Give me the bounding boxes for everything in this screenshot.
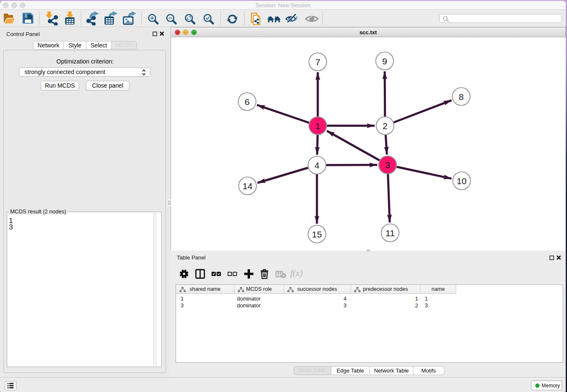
svg-text:11: 11 [385,228,395,238]
svg-text:14: 14 [242,181,253,191]
svg-text:10: 10 [457,176,466,186]
svg-text:2: 2 [383,121,388,131]
svg-text:8: 8 [459,92,464,102]
svg-text:4: 4 [314,160,319,170]
svg-text:3: 3 [385,160,390,170]
svg-text:9: 9 [382,56,387,66]
svg-text:6: 6 [245,97,250,107]
svg-text:1: 1 [315,121,320,131]
svg-text:15: 15 [312,229,322,239]
svg-text:7: 7 [315,57,320,67]
